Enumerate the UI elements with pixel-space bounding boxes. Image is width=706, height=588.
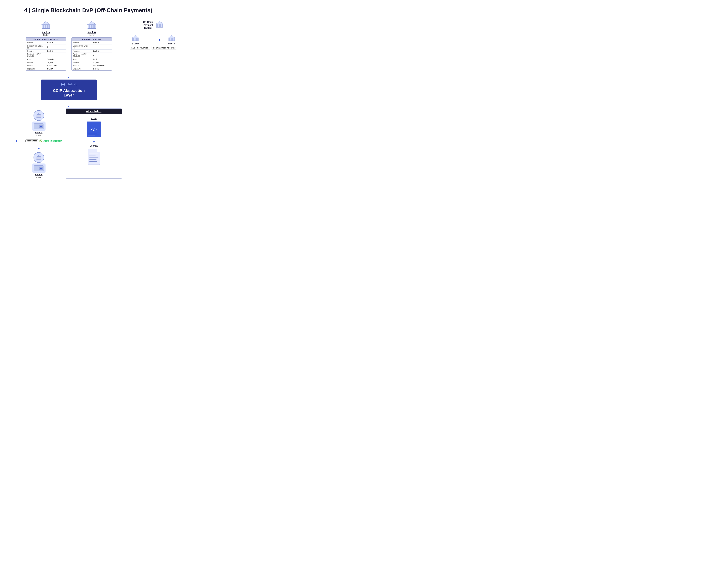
bottom-bank-b-role: Buyer [36, 176, 41, 179]
table-row: ReceiverBank B [26, 49, 66, 53]
blockchain-header: Blockchain 1 [66, 109, 122, 114]
securities-arrow-row: SECURITIES ✅ Atomic Settlement [15, 139, 62, 142]
doc-line [89, 156, 95, 156]
bank-b-role: Buyer [89, 34, 94, 36]
svg-rect-42 [156, 27, 163, 28]
svg-rect-45 [134, 38, 135, 41]
bank-a-header: Bank A Seller [41, 20, 51, 36]
svg-marker-21 [36, 113, 41, 115]
bank-a-icon [41, 20, 51, 30]
svg-marker-55 [168, 35, 175, 38]
confirmation-received-label: CONFIRMATION RECEIVED [152, 46, 176, 50]
offchain-bank-b-icon [131, 35, 140, 42]
arrow-to-ccip [69, 72, 69, 78]
bank-b-column: Bank B Buyer CASH INSTRUCTION SenderBank… [72, 20, 112, 71]
table-row: Source CCIP Chain Id– [72, 44, 112, 49]
doc-fold [97, 149, 100, 152]
offchain-bank-a-icon [168, 35, 175, 42]
ccip-code-icon: </> [87, 122, 101, 137]
table-row: MethodOff-Chain Swift [72, 64, 112, 68]
svg-rect-18 [38, 115, 39, 117]
securities-badge: SECURITIES [26, 139, 38, 142]
bank-b-label: Bank B [87, 31, 96, 34]
svg-marker-41 [156, 21, 163, 24]
code-line [88, 134, 100, 134]
bottom-bank-a-label: Bank A [35, 131, 42, 134]
doc-line [89, 161, 97, 162]
offchain-arrow-container [147, 40, 161, 40]
bank-b-icon [86, 20, 97, 30]
offchain-bank-b-label: Bank B [132, 43, 139, 45]
offchain-bank-b: Bank B [131, 35, 140, 45]
arrow-to-blockchain [69, 102, 69, 107]
offchain-label-row: CASH INSTRUCTION CONFIRMATION RECEIVED [130, 46, 176, 50]
wallet-section: Bank A Seller SECURITIES ✅ Atomic Settle… [15, 110, 62, 179]
svg-rect-56 [168, 40, 175, 41]
table-row: ReceiverBank A [72, 49, 112, 53]
bank-b-header: Bank B Buyer [86, 20, 97, 36]
svg-rect-3 [47, 25, 48, 28]
offchain-bank-a-label: Bank A [168, 43, 175, 45]
bank-a-column: Bank A Seller SECURITIES INSTRUCTION Sen… [26, 20, 66, 71]
left-column: Bank A Seller SECURITIES INSTRUCTION Sen… [3, 20, 134, 179]
blockchain-box: Blockchain 1 CCIP </> [66, 109, 122, 179]
bank-a-role: Seller [43, 34, 49, 36]
bank-a-small-icon [36, 113, 42, 118]
svg-rect-49 [132, 40, 139, 41]
ccip-brand-row: Chainlink [48, 82, 90, 87]
svg-rect-1 [43, 25, 44, 28]
table-row: SignatureBank A [26, 68, 66, 71]
table-row: SenderBank A [26, 41, 66, 44]
bank-b-wallet-block: Bank B Buyer [32, 152, 45, 179]
check-icon: ✅ [39, 139, 42, 142]
svg-rect-6 [42, 28, 50, 29]
svg-rect-38 [159, 24, 160, 27]
offchain-banks-row: Bank B Bank A [131, 35, 175, 45]
bank-a-wallet [32, 122, 45, 131]
securities-table-header: SECURITIES INSTRUCTION [26, 38, 66, 41]
doc-line [89, 160, 97, 160]
table-row: MethodCross-Chain [26, 64, 66, 68]
tables-section: Bank A Seller SECURITIES INSTRUCTION Sen… [26, 20, 112, 71]
table-row: Source CCIP Chain Id1 [26, 44, 66, 49]
svg-rect-54 [173, 38, 174, 41]
securities-instruction-table: SECURITIES INSTRUCTION SenderBank A Sour… [26, 37, 66, 71]
svg-marker-5 [42, 22, 50, 25]
svg-rect-37 [157, 24, 158, 27]
svg-rect-22 [36, 117, 41, 118]
cash-instruction-label: CASH INSTRUCTION [130, 46, 150, 50]
offchain-bank-icon [155, 20, 164, 29]
svg-rect-19 [39, 115, 40, 117]
svg-marker-48 [132, 35, 139, 38]
svg-point-35 [40, 168, 42, 169]
atomic-settlement-label: Atomic Settlement [43, 140, 62, 142]
escrow-doc-icon [88, 149, 100, 165]
svg-rect-40 [162, 24, 163, 27]
code-lines [88, 132, 100, 136]
svg-rect-53 [172, 38, 173, 41]
doc-line [89, 158, 99, 158]
bank-b-small-icon [36, 155, 42, 160]
ccip-main-label: CCIP Abstraction Layer [48, 88, 90, 97]
offchain-bank-a: Bank A [168, 35, 175, 45]
table-row: Amount10,000 [72, 61, 112, 64]
wallet-b-icon [34, 165, 44, 172]
svg-rect-13 [87, 28, 96, 29]
blockchain-content: CCIP </> Escrow [66, 114, 122, 168]
code-line [88, 132, 100, 132]
svg-rect-9 [91, 25, 92, 28]
chainlink-logo-icon [61, 82, 65, 87]
securities-left-arrow [15, 141, 24, 141]
svg-marker-12 [87, 22, 96, 25]
table-row: SenderBank B [72, 41, 112, 44]
svg-rect-2 [45, 25, 46, 28]
table-row: AssetSecurity [26, 58, 66, 61]
svg-rect-8 [89, 25, 90, 28]
page-title: 4 | Single Blockchain DvP (Off-Chain Pay… [3, 3, 173, 15]
svg-rect-32 [36, 159, 41, 160]
cash-instruction-table: CASH INSTRUCTION SenderBank B Source CCI… [72, 37, 112, 71]
svg-rect-11 [94, 25, 95, 28]
bottom-section: Bank A Seller SECURITIES ✅ Atomic Settle… [3, 109, 134, 179]
wallet-a-icon [34, 123, 44, 130]
bank-a-wallet-block: Bank A Seller [32, 110, 45, 137]
